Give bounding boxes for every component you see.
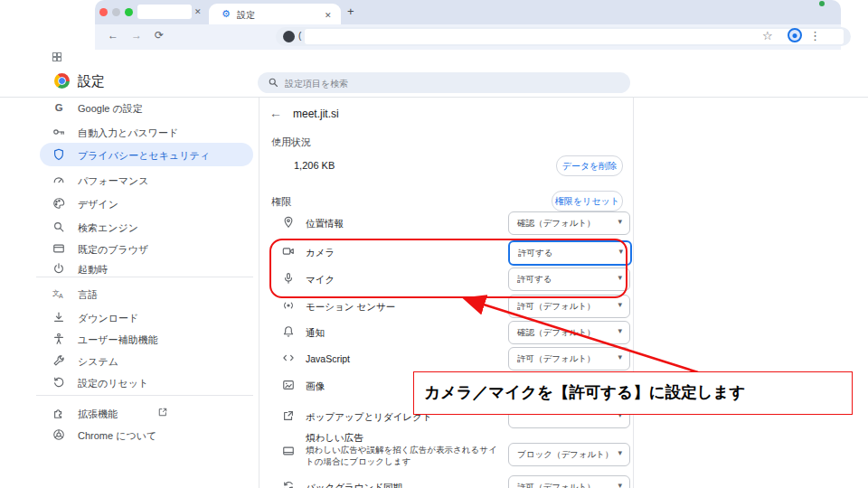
browser-window-icon xyxy=(52,242,65,255)
sidebar-label: ダウンロード xyxy=(78,312,138,325)
sidebar-label: 自動入力とパスワード xyxy=(78,127,178,140)
annotation-text: カメラ／マイクを【許可する】に設定します xyxy=(424,381,745,403)
sidebar-label: デザイン xyxy=(78,198,118,211)
forward-icon[interactable]: → xyxy=(131,29,142,42)
code-icon xyxy=(282,352,295,364)
permission-label: 通知 xyxy=(306,327,325,340)
reload-icon[interactable]: ⟳ xyxy=(155,29,164,42)
power-icon xyxy=(52,262,65,275)
tab-strip xyxy=(95,0,841,24)
settings-gear-icon: ⚙ xyxy=(222,7,231,20)
sidebar-item-performance[interactable]: パフォーマンス xyxy=(40,168,253,192)
url-text: ( xyxy=(298,31,301,41)
sidebar-label: 言語 xyxy=(78,288,98,302)
sidebar-item-search-engine[interactable]: 検索エンジン xyxy=(40,215,253,239)
notifications-permission-select[interactable]: 確認（デフォルト） ▾ xyxy=(508,321,630,344)
sidebar-divider xyxy=(36,277,253,277)
motion-sensor-icon xyxy=(282,299,295,312)
svg-text:G: G xyxy=(55,102,63,113)
speedometer-icon xyxy=(52,174,65,186)
window-zoom-button[interactable] xyxy=(125,8,133,16)
sidebar-label: Google の設定 xyxy=(78,102,143,116)
sidebar-label: 検索エンジン xyxy=(78,221,138,235)
chevron-down-icon: ▾ xyxy=(618,300,622,309)
permissions-section-label: 権限 xyxy=(271,195,291,209)
sidebar-item-languages[interactable]: 文A 言語 xyxy=(40,282,253,305)
tab-1-redacted-title[interactable] xyxy=(137,5,192,19)
page-title: 設定 xyxy=(78,73,105,90)
search-icon xyxy=(52,221,65,233)
apps-grid-icon[interactable] xyxy=(52,52,61,61)
sidebar-item-accessibility[interactable]: ユーザー補助機能 xyxy=(40,327,253,351)
key-icon xyxy=(52,126,65,138)
content-right-border xyxy=(633,98,634,488)
sidebar-item-reset-settings[interactable]: 設定のリセット xyxy=(40,371,253,394)
reset-icon xyxy=(52,376,65,389)
ads-window-icon xyxy=(282,445,295,457)
permission-row-notifications: 通知 確認（デフォルト） ▾ xyxy=(259,321,633,344)
sidebar-item-appearance[interactable]: デザイン xyxy=(40,192,253,215)
tab-title: 設定 xyxy=(237,9,255,22)
screenshot-canvas: ✕ ⚙ 設定 ✕ + ← → ⟳ ( ☆ ⋮ 設定 設定項目を検索 xyxy=(0,0,868,488)
reset-permissions-button[interactable]: 権限をリセット xyxy=(552,191,623,211)
content-left-border xyxy=(259,98,259,488)
chevron-down-icon: ▾ xyxy=(618,326,622,335)
permission-label: JavaScript xyxy=(306,353,350,364)
back-button[interactable]: ← xyxy=(269,106,282,120)
select-value: 許可（デフォルト） xyxy=(517,301,596,313)
google-g-icon: G xyxy=(52,101,65,114)
sidebar-item-google-settings[interactable]: G Google の設定 xyxy=(40,96,253,119)
sidebar-item-downloads[interactable]: ダウンロード xyxy=(40,305,253,329)
tab-settings[interactable]: ⚙ 設定 ✕ xyxy=(209,4,341,24)
annotation-callout: カメラ／マイクを【許可する】に設定します xyxy=(413,371,853,415)
permission-row-background-sync: バックグラウンド同期 許可（デフォルト） ▾ xyxy=(259,475,633,488)
location-permission-select[interactable]: 確認（デフォルト） ▾ xyxy=(508,211,630,235)
search-icon xyxy=(268,77,278,88)
translate-icon: 文A xyxy=(52,287,65,300)
chrome-logo-icon xyxy=(54,73,70,89)
sidebar-item-about-chrome[interactable]: Chrome について xyxy=(40,423,253,446)
chevron-down-icon: ▾ xyxy=(618,217,622,226)
chrome-outline-icon xyxy=(52,428,65,441)
profile-avatar[interactable] xyxy=(788,28,802,42)
profile-status-dot xyxy=(819,1,825,6)
menu-dots-icon[interactable]: ⋮ xyxy=(809,29,821,42)
chevron-down-icon: ▾ xyxy=(618,481,622,488)
sidebar-label: 既定のブラウザ xyxy=(78,243,148,257)
chevron-down-icon: ▾ xyxy=(618,448,622,457)
popup-redirect-icon xyxy=(282,409,295,422)
background-sync-permission-select[interactable]: 許可（デフォルト） ▾ xyxy=(508,475,630,488)
sidebar-label: 起動時 xyxy=(78,263,108,277)
tab-2-close-icon[interactable]: ✕ xyxy=(325,10,332,21)
bookmark-star-icon[interactable]: ☆ xyxy=(762,29,773,42)
accessibility-person-icon xyxy=(52,333,65,345)
palette-icon xyxy=(52,197,65,210)
permission-label: 画像 xyxy=(306,380,325,393)
javascript-permission-select[interactable]: 許可（デフォルト） ▾ xyxy=(508,347,630,371)
wrench-icon xyxy=(52,354,65,367)
sidebar-item-autofill[interactable]: 自動入力とパスワード xyxy=(40,120,253,144)
annotation-highlight-rect xyxy=(269,239,627,298)
clear-data-button[interactable]: データを削除 xyxy=(556,155,623,176)
search-placeholder: 設定項目を検索 xyxy=(285,78,348,90)
sidebar-item-system[interactable]: システム xyxy=(40,349,253,372)
shield-icon xyxy=(52,148,65,161)
new-tab-button[interactable]: + xyxy=(347,5,354,18)
ads-permission-select[interactable]: ブロック（デフォルト） ▾ xyxy=(508,443,630,466)
sidebar-label: 拡張機能 xyxy=(78,408,118,421)
sidebar-label: パフォーマンス xyxy=(78,174,149,188)
tab-1-close-icon[interactable]: ✕ xyxy=(194,6,202,17)
select-value: 許可（デフォルト） xyxy=(517,353,596,365)
window-close-button[interactable] xyxy=(99,8,108,16)
back-icon[interactable]: ← xyxy=(108,29,118,42)
permission-label: 位置情報 xyxy=(306,218,344,230)
sidebar-item-privacy-security[interactable]: プライバシーとセキュリティ xyxy=(40,143,253,166)
window-minimize-button[interactable] xyxy=(112,8,120,16)
sidebar-item-extensions[interactable]: 拡張機能 xyxy=(40,401,253,425)
sync-icon xyxy=(282,480,295,488)
settings-search-input[interactable]: 設定項目を検索 xyxy=(258,72,630,93)
select-value: 確認（デフォルト） xyxy=(517,218,596,230)
sidebar-label: ユーザー補助機能 xyxy=(78,333,158,347)
svg-text:A: A xyxy=(59,293,63,299)
image-icon xyxy=(282,379,295,391)
